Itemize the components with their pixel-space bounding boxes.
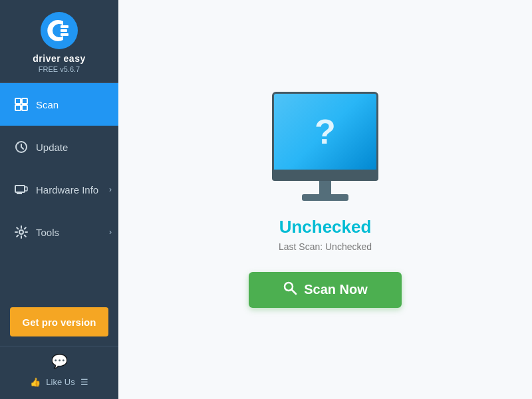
logo-area: driver easy FREE v5.6.7	[0, 0, 118, 83]
sidebar-item-tools[interactable]: Tools ›	[0, 211, 118, 253]
sidebar-bottom: 💬 👍 Like Us ☰	[0, 346, 118, 399]
monitor-neck	[319, 181, 331, 194]
logo-version: FREE v5.6.7	[39, 65, 80, 73]
svg-rect-9	[15, 186, 25, 192]
svg-rect-10	[25, 187, 27, 191]
svg-rect-7	[22, 105, 27, 110]
nav-menu: Scan Update Har	[0, 83, 118, 298]
get-pro-button[interactable]: Get pro version	[10, 307, 108, 336]
svg-rect-2	[61, 29, 67, 32]
status-subtitle: Last Scan: Unchecked	[279, 241, 372, 252]
question-mark: ?	[315, 114, 336, 149]
sidebar-item-update[interactable]: Update	[0, 126, 118, 168]
chevron-right-icon: ›	[109, 227, 112, 237]
update-icon	[13, 139, 29, 155]
monitor-bezel	[272, 172, 378, 181]
sidebar-item-hardware-info-label: Hardware Info	[36, 184, 98, 196]
sidebar-item-tools-label: Tools	[36, 227, 59, 238]
logo-text: driver easy	[33, 53, 85, 64]
chevron-right-icon: ›	[109, 185, 112, 194]
tools-icon	[13, 224, 29, 240]
list-icon: ☰	[80, 377, 88, 387]
svg-rect-5	[22, 98, 27, 104]
app-logo	[41, 12, 78, 49]
svg-rect-4	[15, 98, 21, 104]
svg-point-0	[41, 12, 78, 49]
sidebar-item-hardware-info[interactable]: Hardware Info ›	[0, 168, 118, 211]
like-us-row[interactable]: 👍 Like Us ☰	[30, 374, 88, 390]
status-title: Unchecked	[279, 217, 372, 237]
monitor-screen: ?	[272, 92, 378, 172]
sidebar-item-scan[interactable]: Scan	[0, 83, 118, 126]
monitor-illustration: ?	[272, 92, 378, 201]
scan-now-label: Scan Now	[304, 282, 368, 297]
like-us-label: Like Us	[46, 377, 74, 387]
sidebar: driver easy FREE v5.6.7 Scan	[0, 0, 118, 399]
chat-icon[interactable]: 💬	[51, 353, 68, 369]
scan-icon	[13, 96, 29, 112]
sidebar-item-update-label: Update	[36, 142, 68, 153]
svg-rect-6	[15, 105, 21, 110]
scan-now-button[interactable]: Scan Now	[249, 272, 402, 308]
search-icon	[283, 281, 297, 299]
thumbs-up-icon: 👍	[30, 377, 41, 387]
sidebar-item-scan-label: Scan	[36, 99, 59, 110]
svg-point-13	[19, 230, 23, 234]
monitor-base	[302, 194, 348, 201]
svg-rect-1	[61, 25, 68, 28]
main-content: ? Unchecked Last Scan: Unchecked Scan No…	[118, 0, 532, 399]
svg-rect-3	[61, 33, 68, 36]
svg-line-15	[292, 290, 297, 295]
hardware-icon	[13, 182, 29, 198]
